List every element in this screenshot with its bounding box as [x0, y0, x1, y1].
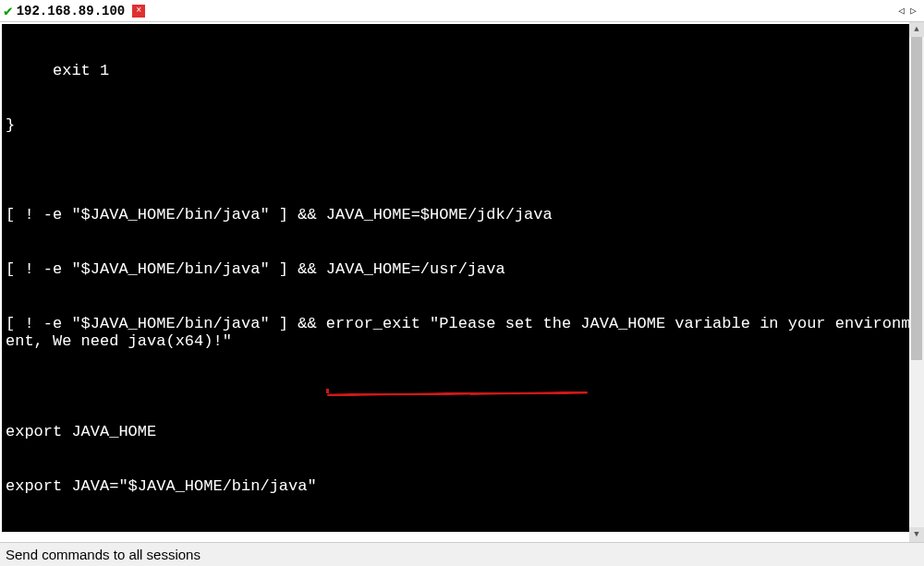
scroll-up-icon[interactable]: ▲ [909, 22, 924, 37]
terminal[interactable]: exit 1 } [ ! -e "$JAVA_HOME/bin/java" ] … [2, 24, 922, 532]
footer-text[interactable]: Send commands to all sessions [6, 547, 201, 562]
script-line: } [6, 116, 918, 135]
tab-bar: ✔ 192.168.89.100 × ◁ ▷ [0, 0, 924, 22]
tab-nav-icon[interactable]: ◁ ▷ [898, 5, 917, 17]
script-line: [ ! -e "$JAVA_HOME/bin/java" ] && error_… [6, 315, 918, 351]
script-line: export BASE_DIR=$(dirname $0)/.. [6, 531, 918, 532]
script-line: [ ! -e "$JAVA_HOME/bin/java" ] && JAVA_H… [6, 206, 918, 224]
script-line: [ ! -e "$JAVA_HOME/bin/java" ] && JAVA_H… [6, 260, 918, 279]
check-icon: ✔ [4, 2, 13, 20]
scroll-thumb[interactable] [911, 37, 922, 360]
annotation-underline [326, 389, 334, 393]
script-line: export JAVA_HOME [6, 423, 918, 441]
annotation-underline [327, 391, 588, 396]
scrollbar[interactable]: ▲ ▼ [909, 22, 924, 542]
script-line: exit 1 [6, 62, 918, 80]
scroll-down-icon[interactable]: ▼ [909, 527, 924, 542]
footer-bar: Send commands to all sessions [0, 542, 924, 566]
tab-title[interactable]: 192.168.89.100 [17, 4, 126, 18]
script-line: export JAVA="$JAVA_HOME/bin/java" [6, 477, 918, 496]
close-icon[interactable]: × [132, 5, 145, 18]
